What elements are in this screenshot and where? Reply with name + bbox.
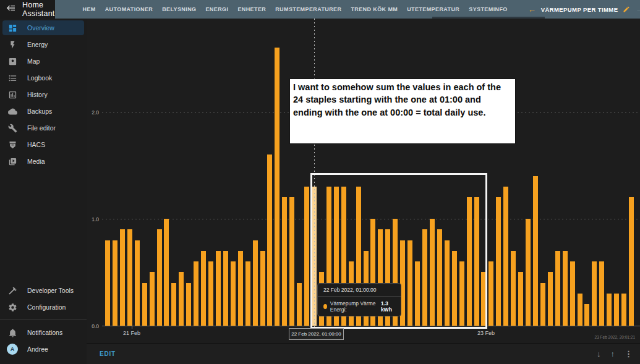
tab-hem[interactable]: HEM [83, 6, 96, 12]
bar[interactable] [216, 251, 221, 326]
media-icon [7, 156, 17, 166]
bar[interactable] [142, 283, 147, 326]
tab-automationer[interactable]: AUTOMATIONER [105, 6, 153, 12]
bar[interactable] [231, 261, 236, 326]
bar[interactable] [584, 304, 589, 326]
bar[interactable] [533, 176, 538, 326]
bar[interactable] [496, 197, 501, 326]
bar[interactable] [304, 187, 309, 326]
hammer-icon [7, 286, 17, 295]
sidebar-item-configuration[interactable]: Configuration [2, 300, 84, 315]
tab-rumstemperaturer[interactable]: RUMSTEMPERATURER [275, 6, 341, 12]
bar[interactable] [621, 294, 626, 326]
bar[interactable] [282, 197, 287, 326]
tab-enheter[interactable]: ENHETER [237, 6, 266, 12]
bar[interactable] [105, 240, 110, 326]
sidebar-item-label: HACS [27, 141, 45, 148]
bar[interactable] [238, 251, 243, 326]
bar[interactable] [157, 229, 162, 326]
bar[interactable] [563, 251, 568, 326]
sidebar-item-hacs[interactable]: HACS [2, 137, 84, 152]
overflow-menu-icon[interactable]: ⋮ [625, 349, 633, 358]
bar[interactable] [275, 48, 279, 326]
tab-trend-k-k-mm[interactable]: TREND KÖK MM [351, 6, 398, 12]
bar[interactable] [592, 261, 597, 326]
chart-box-icon [7, 90, 17, 99]
edit-button[interactable]: EDIT [100, 350, 116, 357]
bar[interactable] [164, 219, 169, 326]
home-assistant-app: Home Assistant HEMAUTOMATIONERBELYSNINGE… [0, 0, 640, 364]
bar[interactable] [120, 229, 125, 326]
map-account-icon [7, 56, 17, 66]
edit-tab-pencil-icon[interactable] [623, 6, 630, 13]
view-dashboard-icon [7, 23, 17, 33]
sidebar: OverviewEnergyMapLogbookHistoryBackupsFi… [0, 19, 87, 364]
bar[interactable] [179, 272, 184, 326]
series-color-dot [323, 304, 327, 309]
sidebar-item-file-editor[interactable]: File editor [2, 121, 84, 135]
bar[interactable] [194, 261, 198, 326]
bar[interactable] [289, 197, 294, 326]
bar[interactable] [127, 229, 132, 326]
bar[interactable] [201, 251, 206, 326]
sidebar-item-logbook[interactable]: Logbook [2, 70, 84, 85]
bar[interactable] [297, 283, 302, 326]
sidebar-item-andree[interactable]: AAndree [2, 342, 84, 357]
bar[interactable] [526, 219, 531, 326]
tooltip-date: 22 Feb 2022, 01:00:00 [323, 287, 395, 293]
bar[interactable] [223, 251, 228, 326]
tab-energi[interactable]: ENERGI [205, 6, 228, 12]
bar[interactable] [511, 251, 516, 326]
tab-back-arrow-icon[interactable]: ← [528, 6, 536, 14]
menu-open-icon[interactable] [6, 3, 16, 15]
sidebar-item-developer-tools[interactable]: Developer Tools [2, 283, 84, 298]
bar[interactable] [208, 261, 213, 326]
sidebar-item-history[interactable]: History [2, 87, 84, 102]
energy-bar-chart: 0.01.02.0 21 Feb23 Feb I want to somehow… [87, 19, 640, 343]
sidebar-item-overview[interactable]: Overview [2, 20, 84, 35]
bar[interactable] [518, 272, 523, 326]
bar[interactable] [555, 251, 560, 326]
bar[interactable] [540, 283, 545, 326]
sidebar-item-map[interactable]: Map [2, 54, 84, 69]
tab-utetemperatur[interactable]: UTETEMPERATUR [407, 6, 459, 12]
bar[interactable] [503, 187, 508, 326]
bar[interactable] [260, 251, 265, 326]
sidebar-item-label: Media [27, 158, 45, 165]
sidebar-item-notifications[interactable]: Notifications [2, 325, 84, 340]
bar[interactable] [548, 272, 553, 326]
move-up-icon[interactable]: ↑ [611, 349, 615, 358]
bar[interactable] [245, 261, 250, 326]
sidebar-item-backups[interactable]: Backups [2, 104, 84, 119]
sidebar-item-media[interactable]: Media [2, 154, 84, 169]
bar[interactable] [614, 294, 619, 326]
chart-timestamp: 23 Feb 2022, 20:01:21 [595, 335, 635, 339]
bar[interactable] [607, 294, 612, 326]
card-footer-bar: EDIT ↓ ↑ ⋮ [87, 343, 640, 364]
bar[interactable] [599, 261, 604, 326]
sidebar-item-label: File editor [27, 124, 56, 132]
tab-belysning[interactable]: BELYSNING [162, 6, 196, 12]
bar[interactable] [171, 283, 176, 326]
sidebar-item-label: Developer Tools [27, 287, 74, 294]
wrench-icon [7, 123, 17, 133]
tab-systeminfo[interactable]: SYSTEMINFO [469, 6, 508, 12]
bar[interactable] [113, 240, 117, 326]
active-tab-group: ← VÄRMEPUMP PER TIMME → [528, 6, 640, 14]
bar[interactable] [186, 283, 191, 326]
bar[interactable] [135, 240, 140, 326]
bar[interactable] [267, 154, 272, 326]
tab-forward-arrow-icon[interactable]: → [635, 6, 640, 14]
bar[interactable] [570, 261, 575, 326]
tooltip-value: 1.3 kWh [381, 300, 395, 313]
bar[interactable] [629, 197, 634, 326]
bar[interactable] [150, 272, 155, 326]
bar[interactable] [578, 294, 582, 326]
move-down-icon[interactable]: ↓ [597, 349, 601, 358]
tab-varmepump-per-timme[interactable]: VÄRMEPUMP PER TIMME [541, 6, 618, 13]
sidebar-item-energy[interactable]: Energy [2, 37, 84, 52]
header-left: Home Assistant [0, 0, 55, 19]
bar[interactable] [253, 240, 258, 326]
bar[interactable] [489, 261, 493, 326]
list-icon [7, 73, 17, 83]
